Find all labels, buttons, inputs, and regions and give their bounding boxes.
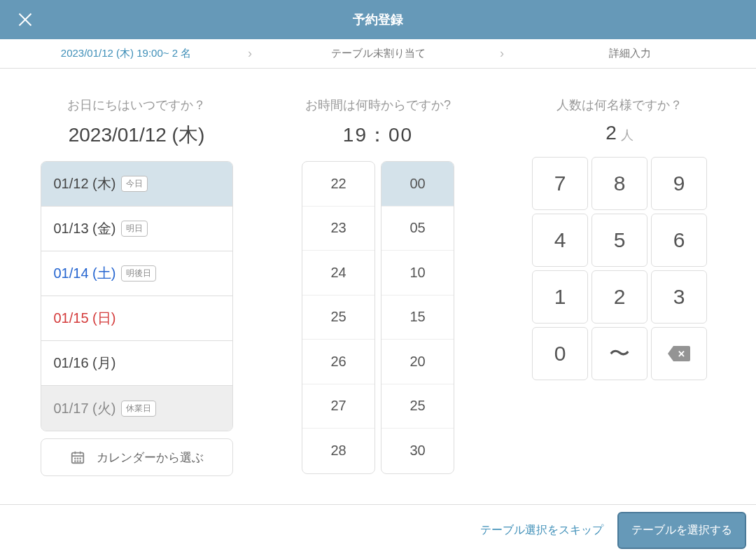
time-pickers: 22232425262728 00051015202530 (302, 161, 454, 474)
people-value: 2人 (606, 122, 634, 144)
keypad-key-3[interactable]: 3 (651, 270, 707, 324)
keypad-key-8[interactable]: 8 (592, 157, 648, 210)
hour-item[interactable]: 25 (302, 296, 374, 340)
svg-point-7 (74, 461, 75, 461)
date-question: お日にちはいつですか？ (67, 97, 206, 113)
hour-item[interactable]: 22 (302, 162, 374, 207)
hour-item[interactable]: 23 (302, 207, 374, 251)
hour-list[interactable]: 22232425262728 (302, 161, 375, 474)
hour-item[interactable]: 28 (302, 429, 374, 473)
people-unit: 人 (621, 128, 634, 142)
date-item[interactable]: 01/13 (金)明日 (41, 207, 232, 251)
people-question: 人数は何名様ですか？ (556, 97, 682, 113)
keypad-key-0[interactable]: 0 (532, 327, 588, 380)
date-item-label: 01/15 (日) (54, 309, 116, 328)
minute-item[interactable]: 25 (382, 384, 454, 429)
breadcrumb: 2023/01/12 (木) 19:00~ 2 名 › テーブル未割り当て › … (0, 39, 756, 69)
calendar-button-label: カレンダーから選ぶ (97, 450, 204, 466)
date-item-label: 01/17 (火) (54, 399, 116, 418)
footer: テーブル選択をスキップ テーブルを選択する (0, 504, 756, 556)
header-title: 予約登録 (0, 11, 756, 28)
date-item[interactable]: 01/15 (日) (41, 296, 232, 341)
close-icon[interactable] (17, 11, 34, 28)
date-item-badge: 明後日 (121, 265, 156, 282)
people-column: 人数は何名様ですか？ 2人 7894561230〜✕ (518, 97, 721, 534)
minute-list[interactable]: 00051015202530 (381, 161, 454, 474)
date-value: 2023/01/12 (木) (69, 122, 205, 148)
date-item-badge: 休業日 (121, 401, 156, 417)
svg-point-6 (80, 458, 80, 459)
header: 予約登録 (0, 0, 756, 39)
minute-item[interactable]: 30 (382, 429, 454, 473)
minute-item[interactable]: 05 (382, 207, 454, 251)
date-item[interactable]: 01/14 (土)明後日 (41, 251, 232, 296)
date-item-label: 01/13 (金) (54, 219, 116, 238)
keypad-key-5[interactable]: 5 (592, 214, 648, 267)
date-item-label: 01/12 (木) (54, 174, 116, 193)
breadcrumb-step-2[interactable]: テーブル未割り当て › (252, 47, 504, 60)
date-list: 01/12 (木)今日01/13 (金)明日01/14 (土)明後日01/15 … (41, 161, 233, 431)
keypad-key-〜[interactable]: 〜 (592, 327, 648, 380)
date-item[interactable]: 01/16 (月) (41, 341, 232, 386)
svg-point-8 (77, 461, 78, 461)
minute-item[interactable]: 00 (382, 162, 454, 207)
keypad-key-2[interactable]: 2 (592, 270, 648, 324)
calendar-button[interactable]: カレンダーから選ぶ (41, 438, 233, 476)
hour-item[interactable]: 26 (302, 340, 374, 384)
date-item-badge: 今日 (121, 176, 148, 192)
date-column: お日にちはいつですか？ 2023/01/12 (木) 01/12 (木)今日01… (35, 97, 238, 534)
breadcrumb-step-3-label: 詳細入力 (609, 47, 651, 60)
keypad-backspace[interactable]: ✕ (651, 327, 707, 380)
keypad-key-9[interactable]: 9 (651, 157, 707, 210)
backspace-icon: ✕ (668, 346, 690, 361)
date-item-badge: 明日 (121, 221, 148, 237)
svg-point-9 (80, 461, 80, 461)
hour-item[interactable]: 27 (302, 384, 374, 429)
skip-table-link[interactable]: テーブル選択をスキップ (480, 523, 603, 538)
keypad-key-1[interactable]: 1 (532, 270, 588, 324)
svg-point-4 (74, 458, 75, 459)
keypad: 7894561230〜✕ (532, 157, 707, 380)
time-column: お時間は何時からですか? 19：00 22232425262728 000510… (276, 97, 479, 534)
select-table-button[interactable]: テーブルを選択する (617, 512, 746, 549)
time-question: お時間は何時からですか? (305, 97, 451, 113)
main-content: お日にちはいつですか？ 2023/01/12 (木) 01/12 (木)今日01… (0, 69, 756, 534)
minute-item[interactable]: 10 (382, 251, 454, 296)
date-item-label: 01/14 (土) (54, 264, 116, 283)
date-item[interactable]: 01/12 (木)今日 (41, 162, 232, 207)
hour-item[interactable]: 24 (302, 251, 374, 296)
breadcrumb-step-2-label: テーブル未割り当て (331, 47, 426, 60)
minute-item[interactable]: 20 (382, 340, 454, 384)
breadcrumb-step-3[interactable]: 詳細入力 (504, 47, 756, 60)
people-count: 2 (606, 122, 617, 144)
keypad-key-6[interactable]: 6 (651, 214, 707, 267)
time-value: 19：00 (343, 122, 413, 148)
calendar-icon (70, 450, 85, 465)
breadcrumb-step-1-label: 2023/01/12 (木) 19:00~ 2 名 (61, 47, 191, 60)
keypad-key-7[interactable]: 7 (532, 157, 588, 210)
keypad-key-4[interactable]: 4 (532, 214, 588, 267)
minute-item[interactable]: 15 (382, 296, 454, 340)
date-item[interactable]: 01/17 (火)休業日 (41, 386, 232, 431)
breadcrumb-step-1[interactable]: 2023/01/12 (木) 19:00~ 2 名 › (0, 47, 252, 60)
date-item-label: 01/16 (月) (54, 354, 116, 373)
svg-point-5 (77, 458, 78, 459)
